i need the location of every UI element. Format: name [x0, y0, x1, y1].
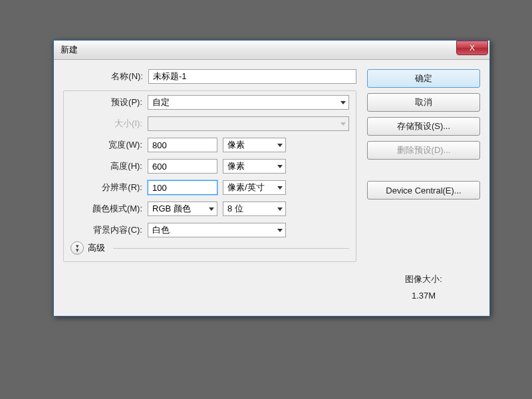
row-resolution: 分辨率(R): 像素/英寸 — [70, 180, 349, 195]
save-preset-button[interactable]: 存储预设(S)... — [367, 117, 480, 136]
caret-icon — [277, 144, 283, 147]
image-size-label: 图像大小: — [367, 271, 480, 288]
row-color-mode: 颜色模式(M): RGB 颜色 8 位 — [70, 201, 349, 216]
height-unit-select[interactable]: 像素 — [223, 159, 286, 174]
caret-icon — [277, 207, 283, 211]
width-unit-value: 像素 — [227, 139, 245, 151]
delete-preset-button: 删除预设(D)... — [367, 141, 480, 160]
titlebar[interactable]: 新建 X — [54, 41, 489, 60]
divider — [113, 248, 349, 249]
height-input[interactable] — [148, 159, 217, 174]
close-icon: X — [469, 43, 475, 53]
label-color-mode: 颜色模式(M): — [70, 203, 148, 215]
cancel-label: 取消 — [415, 96, 432, 108]
color-depth-select[interactable]: 8 位 — [223, 201, 286, 216]
caret-icon — [277, 186, 283, 190]
label-width: 宽度(W): — [70, 139, 148, 151]
caret-icon — [340, 101, 346, 104]
preset-group: 预设(P): 自定 大小(I): 宽度 — [63, 90, 356, 262]
size-select — [148, 116, 349, 131]
height-unit-value: 像素 — [227, 160, 245, 172]
label-resolution: 分辨率(R): — [70, 182, 148, 194]
label-preset: 预设(P): — [70, 96, 148, 108]
row-background: 背景内容(C): 白色 — [70, 223, 349, 237]
label-height: 高度(H): — [70, 160, 148, 172]
resolution-unit-value: 像素/英寸 — [227, 182, 265, 194]
width-input[interactable] — [148, 138, 217, 152]
background-value: 白色 — [152, 224, 170, 236]
name-input[interactable] — [148, 69, 356, 84]
ok-button[interactable]: 确定 — [367, 69, 480, 88]
caret-icon — [209, 207, 214, 211]
caret-icon — [277, 165, 283, 168]
label-background: 背景内容(C): — [70, 224, 148, 236]
background-select[interactable]: 白色 — [148, 223, 286, 237]
resolution-input[interactable] — [148, 180, 217, 195]
row-width: 宽度(W): 像素 — [70, 138, 349, 152]
label-name: 名称(N): — [63, 70, 148, 82]
image-size-block: 图像大小: 1.37M — [367, 271, 480, 304]
row-advanced: ▾▾ 高级 — [70, 241, 349, 255]
close-button[interactable]: X — [456, 41, 488, 55]
row-height: 高度(H): 像素 — [70, 159, 349, 174]
image-size-value: 1.37M — [367, 288, 480, 305]
color-depth-value: 8 位 — [227, 203, 243, 215]
save-preset-label: 存储预设(S)... — [397, 120, 450, 132]
preset-value: 自定 — [152, 96, 170, 108]
right-column: 确定 取消 存储预设(S)... 删除预设(D)... Device Centr… — [367, 69, 480, 304]
caret-icon — [340, 122, 346, 126]
caret-icon — [277, 229, 283, 232]
delete-preset-label: 删除预设(D)... — [397, 144, 451, 156]
width-unit-select[interactable]: 像素 — [223, 138, 286, 152]
dialog-body: 名称(N): 预设(P): 自定 大小(I): — [54, 60, 489, 316]
cancel-button[interactable]: 取消 — [367, 93, 480, 112]
chevron-down-icon: ▾▾ — [76, 244, 79, 252]
left-column: 名称(N): 预设(P): 自定 大小(I): — [63, 69, 356, 304]
row-preset: 预设(P): 自定 — [70, 95, 349, 110]
resolution-unit-select[interactable]: 像素/英寸 — [223, 180, 286, 195]
advanced-toggle[interactable]: ▾▾ — [70, 241, 84, 255]
device-central-button[interactable]: Device Central(E)... — [367, 181, 480, 200]
dialog-title: 新建 — [61, 44, 78, 56]
new-document-dialog: 新建 X 名称(N): 预设(P): 自定 — [53, 40, 490, 317]
row-name: 名称(N): — [63, 69, 356, 84]
color-mode-value: RGB 颜色 — [152, 203, 191, 215]
device-central-label: Device Central(E)... — [386, 186, 461, 196]
row-size: 大小(I): — [70, 116, 349, 131]
color-mode-select[interactable]: RGB 颜色 — [148, 201, 217, 216]
preset-select[interactable]: 自定 — [148, 95, 349, 110]
label-size: 大小(I): — [70, 118, 148, 130]
label-advanced: 高级 — [88, 242, 105, 254]
ok-label: 确定 — [415, 72, 432, 84]
